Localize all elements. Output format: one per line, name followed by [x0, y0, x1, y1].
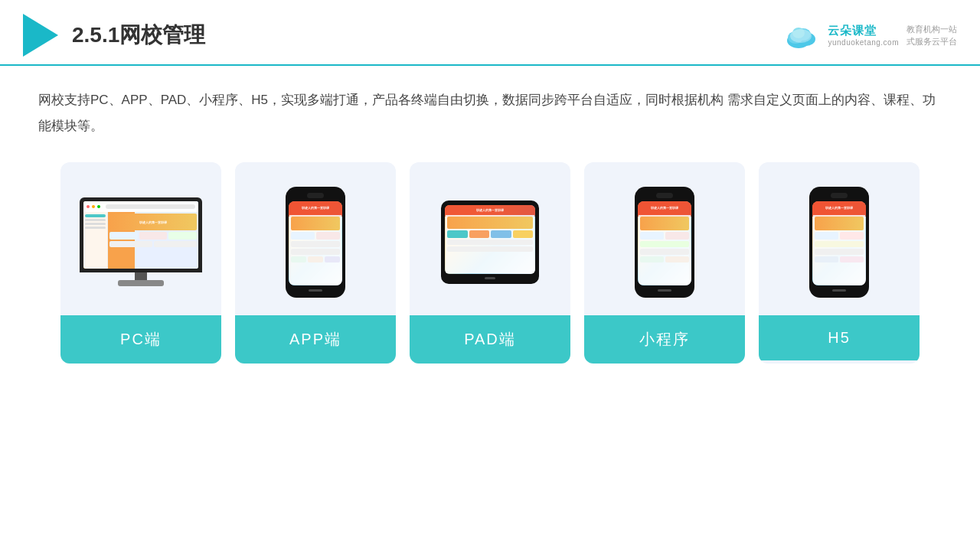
- phone-mini-screen: 职迹人的第一堂职课: [638, 201, 691, 285]
- phone-app-screen: 职迹人的第一堂职课: [289, 201, 342, 285]
- cloud-icon: [782, 21, 822, 50]
- phone-h5-home: [832, 289, 846, 292]
- cards-row: 职迹人的第一堂职课: [38, 162, 942, 364]
- page-title: 2.5.1网校管理: [72, 21, 205, 50]
- pc-screen-inner: 职迹人的第一堂职课: [83, 201, 198, 269]
- card-app: 职迹人的第一堂职课: [235, 162, 396, 364]
- card-h5-image: 职迹人的第一堂职课: [759, 162, 920, 315]
- description-text: 网校支持PC、APP、PAD、小程序、H5，实现多端打通，产品各终端自由切换，数…: [38, 87, 942, 139]
- card-h5: 职迹人的第一堂职课: [759, 162, 920, 364]
- tablet-body: 职迹人的第一堂职课: [441, 201, 539, 284]
- phone-mini-body: 职迹人的第一堂职课: [635, 187, 694, 298]
- phone-app-body: 职迹人的第一堂职课: [286, 187, 345, 298]
- tablet-screen: 职迹人的第一堂职课: [445, 205, 535, 274]
- pc-screen-outer: 职迹人的第一堂职课: [80, 197, 202, 272]
- card-mini-label: 小程序: [584, 315, 745, 364]
- phone-h5-screen: 职迹人的第一堂职课: [812, 201, 866, 285]
- brand-slogan: 教育机构一站 式服务云平台: [906, 23, 957, 48]
- pc-neck: [135, 272, 147, 280]
- card-mini-image: 职迹人的第一堂职课: [584, 162, 745, 315]
- card-pad-image: 职迹人的第一堂职课: [410, 162, 570, 315]
- header-right: 云朵课堂 yunduoketang.com 教育机构一站 式服务云平台: [782, 21, 957, 50]
- brand-logo: 云朵课堂 yunduoketang.com: [782, 21, 899, 50]
- card-pc: 职迹人的第一堂职课: [60, 162, 221, 364]
- phone-app-notch: [307, 193, 324, 198]
- pc-mockup: 职迹人的第一堂职课: [76, 197, 206, 286]
- brand-name: 云朵课堂: [828, 24, 877, 38]
- brand-domain: yunduoketang.com: [828, 38, 899, 47]
- card-app-label: APP端: [235, 315, 396, 364]
- header: 2.5.1网校管理 云朵课堂 yunduoketang.com 教育机构一站 式…: [0, 0, 980, 66]
- card-h5-label: H5: [759, 315, 920, 360]
- tablet-home: [485, 277, 495, 279]
- card-pc-image: 职迹人的第一堂职课: [60, 162, 221, 315]
- phone-mini-notch: [656, 193, 673, 198]
- card-app-image: 职迹人的第一堂职课: [235, 162, 396, 315]
- svg-point-5: [790, 29, 812, 43]
- pc-base: [118, 280, 164, 286]
- tablet-mockup: 职迹人的第一堂职课: [440, 201, 540, 284]
- header-left: 2.5.1网校管理: [23, 14, 205, 57]
- main-content: 网校支持PC、APP、PAD、小程序、H5，实现多端打通，产品各终端自由切换，数…: [0, 66, 980, 379]
- phone-mini-mockup: 职迹人的第一堂职课: [634, 187, 695, 298]
- card-pad-label: PAD端: [410, 315, 570, 364]
- card-pc-label: PC端: [60, 315, 221, 364]
- phone-h5-notch: [831, 193, 848, 198]
- brand-text: 云朵课堂 yunduoketang.com: [828, 24, 899, 47]
- phone-h5-body: 职迹人的第一堂职课: [809, 187, 869, 298]
- phone-h5-mockup: 职迹人的第一堂职课: [808, 187, 870, 298]
- card-pad: 职迹人的第一堂职课: [410, 162, 570, 364]
- phone-mini-home: [658, 289, 671, 292]
- logo-triangle-icon: [23, 14, 58, 57]
- phone-app-home: [309, 289, 322, 292]
- card-mini: 职迹人的第一堂职课: [584, 162, 745, 364]
- phone-app-mockup: 职迹人的第一堂职课: [285, 187, 346, 298]
